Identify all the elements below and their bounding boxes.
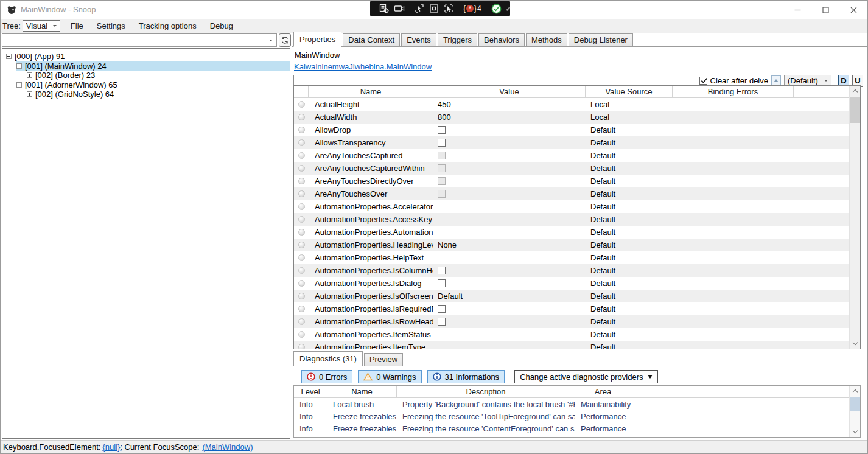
property-row[interactable]: AutomationProperties.AcceleratorKeyDefau…: [294, 200, 849, 213]
property-row[interactable]: AutomationProperties.HelpTextDefault: [294, 251, 849, 264]
tree-item[interactable]: [001] (AdornerWindow) 65: [2, 80, 290, 90]
tab-events[interactable]: Events: [401, 33, 436, 46]
property-value-cell[interactable]: [433, 226, 586, 239]
tab-preview[interactable]: Preview: [364, 353, 403, 366]
scroll-up-button[interactable]: [850, 86, 861, 96]
error-count-badge[interactable]: {*}4: [463, 4, 481, 13]
value-checkbox[interactable]: [438, 139, 446, 147]
property-value-cell[interactable]: [433, 149, 586, 162]
tree-item[interactable]: [000] (App) 91: [2, 52, 290, 61]
property-grid-scrollbar[interactable]: [849, 86, 860, 349]
tree-item-content[interactable]: [001] (MainWindow) 24: [16, 61, 290, 71]
collapse-toolbar-icon[interactable]: [506, 7, 510, 10]
tree-item[interactable]: [002] (Border) 23: [2, 71, 290, 80]
collapse-icon[interactable]: [16, 63, 22, 69]
screenshot-camera-icon[interactable]: [394, 3, 405, 14]
menu-debug[interactable]: Debug: [203, 19, 240, 32]
property-value-cell[interactable]: [433, 251, 586, 264]
errors-toggle-button[interactable]: 0 Errors: [301, 370, 352, 383]
property-row[interactable]: ActualWidth800Local: [294, 111, 849, 124]
value-checkbox[interactable]: [438, 305, 446, 313]
scroll-up-button[interactable]: [850, 386, 861, 396]
property-row[interactable]: AutomationProperties.AutomationIdDefault: [294, 226, 849, 239]
clear-after-delve-checkbox[interactable]: [699, 77, 707, 85]
menu-file[interactable]: File: [64, 19, 90, 32]
target-type-link[interactable]: KaiwalninemwaJiwhebina.MainWindow: [294, 62, 432, 71]
column-header-description[interactable]: Description: [397, 386, 575, 397]
value-checkbox[interactable]: [438, 318, 446, 326]
property-row[interactable]: AreAnyTouchesCapturedWithinDefault: [294, 162, 849, 175]
property-value-cell[interactable]: [433, 315, 586, 328]
expand-icon[interactable]: [27, 72, 32, 78]
minimize-button[interactable]: [783, 1, 811, 19]
column-header-name[interactable]: Name: [309, 86, 433, 97]
tree-type-combobox[interactable]: Visual: [23, 20, 60, 32]
expand-icon[interactable]: [27, 91, 32, 97]
property-row[interactable]: AutomationProperties.AccessKeyDefault: [294, 213, 849, 226]
close-button[interactable]: [839, 1, 867, 19]
tree-item-content[interactable]: [002] (Border) 23: [27, 71, 290, 80]
diagnostics-scrollbar[interactable]: [849, 386, 860, 437]
property-row[interactable]: ActualHeight450Local: [294, 98, 849, 111]
property-value-cell[interactable]: [433, 162, 586, 175]
tree-filter-combobox[interactable]: [2, 33, 277, 47]
change-providers-button[interactable]: Change active diagnostic providers: [514, 370, 658, 383]
value-checkbox[interactable]: [438, 126, 446, 134]
column-header-icon[interactable]: [294, 86, 309, 97]
property-value-cell[interactable]: [433, 341, 586, 349]
property-value-cell[interactable]: Default: [433, 290, 586, 302]
collapse-icon[interactable]: [16, 82, 22, 88]
informations-toggle-button[interactable]: 31 Informations: [427, 370, 505, 383]
property-value-cell[interactable]: [433, 200, 586, 213]
property-row[interactable]: AllowDropDefault: [294, 124, 849, 136]
tab-triggers[interactable]: Triggers: [438, 33, 477, 46]
diagnostic-row[interactable]: InfoFreeze freezablesFreezing the resour…: [294, 435, 849, 437]
focus-scope-link[interactable]: (MainWindow): [202, 442, 253, 452]
property-row[interactable]: AreAnyTouchesOverDefault: [294, 187, 849, 200]
magnify-cursor-icon[interactable]: [444, 3, 453, 14]
property-row[interactable]: AutomationProperties.IsRequiredForFormDe…: [294, 302, 849, 315]
property-row[interactable]: AllowsTransparencyDefault: [294, 136, 849, 149]
tab-behaviors[interactable]: Behaviors: [478, 33, 525, 46]
scroll-down-button[interactable]: [850, 338, 861, 349]
menu-tracking-options[interactable]: Tracking options: [132, 19, 203, 32]
property-row[interactable]: AutomationProperties.IsOffscreenBehavior…: [294, 290, 849, 302]
tab-methods[interactable]: Methods: [526, 33, 567, 46]
tree-item-content[interactable]: [001] (AdornerWindow) 65: [16, 80, 290, 90]
inspect-crosshair-icon[interactable]: [379, 3, 389, 14]
scrollbar-thumb[interactable]: [850, 97, 860, 123]
tree-item-content[interactable]: [000] (App) 91: [6, 52, 290, 61]
column-header-value[interactable]: Value: [433, 86, 586, 97]
property-value-cell[interactable]: [433, 187, 586, 200]
snoop-toolbar[interactable]: {*}4: [370, 1, 510, 16]
column-header-area[interactable]: Area: [575, 386, 631, 397]
value-checkbox[interactable]: [438, 267, 446, 274]
diagnostic-row[interactable]: InfoFreeze freezablesFreezing the resour…: [294, 422, 849, 435]
property-value-cell[interactable]: [433, 213, 586, 226]
square-in-square-icon[interactable]: [429, 3, 439, 14]
column-header-diag-name[interactable]: Name: [327, 386, 397, 397]
filter-refresh-button[interactable]: [279, 33, 291, 47]
property-row[interactable]: AutomationProperties.IsDialogDefault: [294, 277, 849, 290]
property-value-cell[interactable]: [433, 277, 586, 290]
property-row[interactable]: AreAnyTouchesDirectlyOverDefault: [294, 175, 849, 187]
collapse-icon[interactable]: [6, 54, 12, 59]
tab-data-context[interactable]: Data Context: [343, 33, 400, 46]
maximize-button[interactable]: [811, 1, 839, 19]
property-value-cell[interactable]: [433, 302, 586, 315]
property-row[interactable]: AutomationProperties.ItemStatusDefault: [294, 328, 849, 341]
property-value-cell[interactable]: [433, 328, 586, 341]
property-row[interactable]: AutomationProperties.IsColumnHeaderDefau…: [294, 264, 849, 277]
tab-diagnostics-31-[interactable]: Diagnostics (31): [293, 351, 363, 366]
snoop-window-cursor-icon[interactable]: [415, 3, 424, 14]
property-value-cell[interactable]: None: [433, 239, 586, 251]
tree-item-content[interactable]: [002] (GridNoStyle) 64: [27, 89, 290, 99]
menu-settings[interactable]: Settings: [90, 19, 132, 32]
property-value-cell[interactable]: 800: [433, 111, 586, 124]
column-header-binding-errors[interactable]: Binding Errors: [673, 86, 794, 97]
diagnostic-row[interactable]: InfoFreeze freezablesFreezing the resour…: [294, 410, 849, 422]
scroll-down-button[interactable]: [850, 427, 861, 437]
validation-check-icon[interactable]: [491, 3, 502, 14]
property-row[interactable]: AutomationProperties.ItemTypeDefault: [294, 341, 849, 349]
warnings-toggle-button[interactable]: 0 Warnings: [358, 370, 421, 383]
